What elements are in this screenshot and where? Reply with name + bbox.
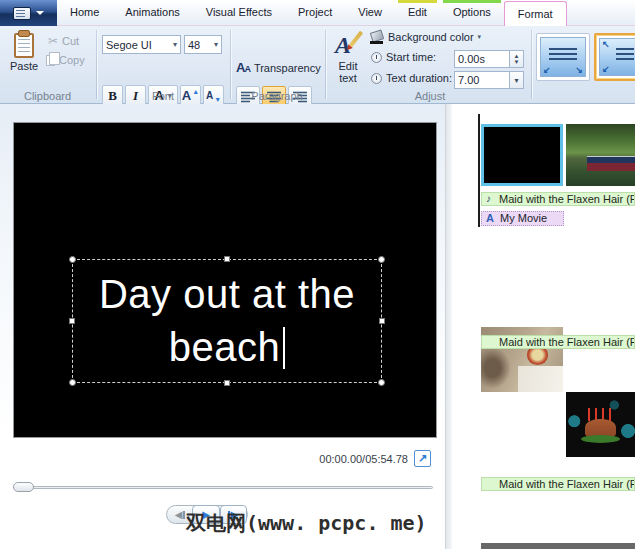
- clip-thumbnail-partial[interactable]: [481, 543, 635, 549]
- chevron-down-icon: ▾: [214, 40, 218, 49]
- background-color-label: Background color: [388, 31, 474, 43]
- font-size-value: 48: [188, 39, 200, 51]
- caption-textbox[interactable]: Day out at the beach: [72, 259, 382, 383]
- edit-text-button[interactable]: A Edittext: [331, 30, 365, 84]
- group-divider: [230, 30, 231, 99]
- group-divider: [96, 30, 97, 99]
- resize-handle-e[interactable]: [379, 318, 385, 324]
- ribbon: Paste ✂ Cut Copy Clipboard Segoe UI ▾ 48…: [0, 26, 635, 104]
- start-time-spinner[interactable]: ▲ ▼: [510, 50, 524, 68]
- text-duration-label: Text duration:: [386, 72, 452, 84]
- preview-monitor[interactable]: Day out at the beach: [13, 122, 437, 438]
- transparency-icon: AA: [236, 60, 250, 75]
- background-color-button[interactable]: Background color ▾: [370, 30, 481, 44]
- copy-label: Copy: [59, 54, 85, 66]
- resize-handle-w[interactable]: [69, 318, 75, 324]
- seek-thumb[interactable]: [13, 482, 34, 492]
- panel-splitter[interactable]: [445, 104, 452, 549]
- resize-handle-sw[interactable]: [69, 379, 76, 386]
- music-track-bar[interactable]: Maid with the Flaxen Hair (Fi: [481, 335, 635, 349]
- clipboard-icon: [14, 33, 34, 58]
- start-time-label: Start time:: [386, 51, 436, 63]
- transparency-label: Transparency: [254, 62, 321, 74]
- tab-animations[interactable]: Animations: [112, 0, 192, 26]
- resize-handle-se[interactable]: [378, 379, 385, 386]
- start-time-row: Start time:: [371, 51, 436, 63]
- resize-handle-nw[interactable]: [69, 256, 76, 263]
- music-track-label: Maid with the Flaxen Hair (Fi: [499, 336, 635, 348]
- background-color-icon: [370, 30, 384, 44]
- tab-options[interactable]: Options: [440, 0, 504, 26]
- cut-button[interactable]: ✂ Cut: [48, 34, 79, 48]
- caption-line-1: Day out at the: [99, 268, 355, 321]
- text-effect-thumbnail: ↖ ↙: [599, 38, 635, 76]
- app-window: Home Animations Visual Effects Project V…: [0, 0, 635, 549]
- clip-thumbnail-title-selected[interactable]: [481, 124, 563, 186]
- application-menu-button[interactable]: [0, 0, 57, 26]
- seek-track[interactable]: [13, 486, 433, 489]
- chevron-down-icon: [36, 11, 44, 15]
- content-area: Day out at the beach 00:00.00/05:54.78 ↗: [0, 104, 635, 549]
- text-cursor: [283, 327, 285, 369]
- text-duration-input[interactable]: 7.00: [454, 71, 510, 89]
- cut-label: Cut: [62, 35, 79, 47]
- storyboard-panel: ♪ Maid with the Flaxen Hair (Fi A My Mov…: [452, 104, 635, 549]
- resize-handle-ne[interactable]: [378, 256, 385, 263]
- seek-bar[interactable]: [13, 481, 433, 493]
- caption-text: Day out at the beach: [73, 260, 381, 382]
- watermark-text: 双电网(www. pcpc. me): [186, 510, 427, 537]
- text-duration-control: 7.00 ▾: [454, 71, 524, 89]
- text-effect-item-fade[interactable]: ↙ ↘: [536, 33, 590, 81]
- text-duration-row: Text duration:: [371, 72, 452, 84]
- text-effect-item-selected[interactable]: ↖ ↙: [594, 33, 635, 81]
- copy-icon: [46, 55, 55, 66]
- music-track-label: Maid with the Flaxen Hair (Fi: [499, 193, 635, 205]
- text-overlay-label: My Movie: [500, 212, 547, 224]
- paste-button[interactable]: Paste: [6, 31, 42, 72]
- clipboard-group-label: Clipboard: [0, 90, 95, 102]
- start-time-control: 0.00s ▲ ▼: [454, 50, 524, 68]
- start-time-input[interactable]: 0.00s: [454, 50, 510, 68]
- copy-button[interactable]: Copy: [46, 54, 85, 66]
- music-track-bar[interactable]: Maid with the Flaxen Hair (Fi: [481, 477, 635, 491]
- menu-icon: [13, 7, 31, 20]
- scissors-icon: ✂: [48, 34, 58, 48]
- chevron-down-icon: ▾: [478, 33, 482, 41]
- playback-timestamp: 00:00.00/05:54.78: [240, 453, 408, 465]
- font-group-label: Font: [98, 90, 228, 102]
- playhead-indicator[interactable]: [478, 114, 480, 227]
- resize-handle-n[interactable]: [224, 256, 230, 262]
- music-track-label: Maid with the Flaxen Hair (Fi: [499, 478, 635, 490]
- chevron-down-icon: ▾: [173, 40, 177, 49]
- story-point-marker[interactable]: [478, 410, 504, 468]
- adjust-group-label: Adjust: [330, 90, 530, 102]
- tab-bar: Home Animations Visual Effects Project V…: [0, 0, 635, 26]
- font-size-combobox[interactable]: 48 ▾: [184, 35, 222, 54]
- caption-line-2: beach: [169, 321, 285, 374]
- font-family-combobox[interactable]: Segoe UI ▾: [102, 35, 181, 54]
- group-divider: [531, 30, 532, 99]
- paste-label: Paste: [10, 60, 38, 72]
- clock-icon: [371, 73, 382, 84]
- previous-frame-icon: ◀: [175, 509, 185, 520]
- tab-view[interactable]: View: [345, 0, 395, 26]
- spin-down-icon: ▼: [514, 59, 520, 65]
- tab-project[interactable]: Project: [285, 0, 345, 26]
- tab-home[interactable]: Home: [57, 0, 112, 26]
- music-track-bar[interactable]: ♪ Maid with the Flaxen Hair (Fi: [481, 192, 635, 206]
- fullscreen-preview-button[interactable]: ↗: [414, 450, 431, 467]
- clock-icon: [371, 52, 382, 63]
- text-overlay-icon: A: [486, 212, 494, 224]
- resize-handle-s[interactable]: [224, 380, 230, 386]
- transparency-button[interactable]: AA Transparency: [236, 60, 321, 75]
- clip-thumbnail-birthday-cake[interactable]: [566, 392, 635, 457]
- font-family-value: Segoe UI: [106, 39, 152, 51]
- text-duration-dropdown[interactable]: ▾: [510, 71, 524, 89]
- text-overlay-bar[interactable]: A My Movie: [481, 211, 564, 226]
- clip-thumbnail-canal-boat[interactable]: [566, 124, 635, 186]
- paragraph-group-label: Paragraph: [232, 90, 322, 102]
- tab-visual-effects[interactable]: Visual Effects: [193, 0, 285, 26]
- expand-icon: ↗: [418, 452, 427, 465]
- tab-edit[interactable]: Edit: [395, 0, 440, 26]
- tab-format[interactable]: Format: [504, 1, 567, 27]
